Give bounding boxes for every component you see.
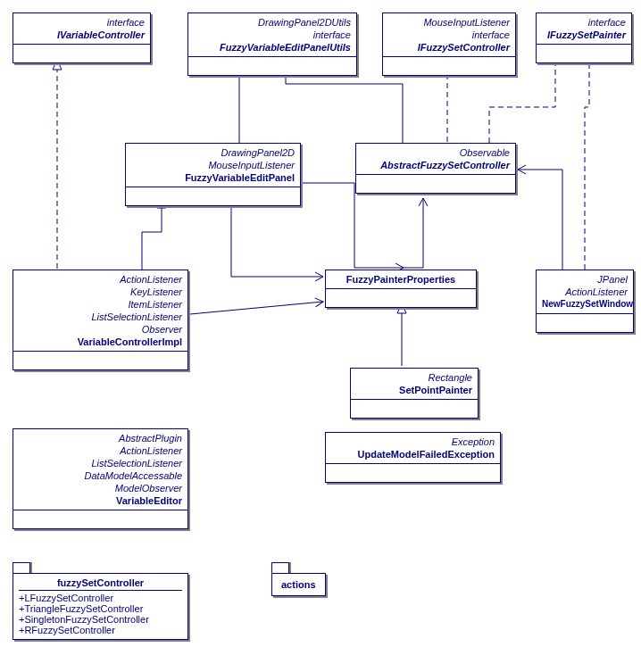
class-name: SetPointPainter — [356, 384, 472, 396]
package-body: actions — [271, 573, 326, 596]
body — [326, 464, 500, 482]
class-updatemodelfailedexception: Exception UpdateModelFailedException — [325, 432, 501, 483]
class-variablecontrollerimpl: ActionListener KeyListener ItemListener … — [12, 270, 188, 370]
header: interface IFuzzySetPainter — [537, 13, 631, 45]
body — [13, 45, 150, 62]
svg-line-4 — [190, 302, 323, 314]
stereotype: ActionListener — [19, 444, 182, 457]
package-member: +SingletonFuzzySetController — [19, 614, 182, 625]
stereotype: DrawingPanel2DUtils — [194, 16, 351, 29]
body — [356, 175, 515, 193]
class-name: AbstractFuzzySetController — [362, 159, 510, 171]
header: interface IVariableController — [13, 13, 150, 45]
header: JPanel ActionListener NewFuzzySetWindow — [537, 270, 633, 314]
stereotype: ModelObserver — [19, 482, 182, 494]
stereotype: ActionListener — [542, 286, 628, 298]
class-name: IVariableController — [19, 29, 145, 41]
header: MouseInputListener interface IFuzzySetCo… — [383, 13, 515, 57]
stereotype: AbstractPlugin — [19, 432, 182, 444]
class-name: UpdateModelFailedException — [331, 448, 495, 460]
class-name: FuzzyVariableEditPanelUtils — [194, 41, 351, 54]
package-name: fuzzySetController — [19, 577, 182, 591]
package-member: +LFuzzySetController — [19, 593, 182, 603]
header: AbstractPlugin ActionListener ListSelect… — [13, 429, 187, 510]
class-fuzzyvariableeditpanel: DrawingPanel2D MouseInputListener FuzzyV… — [125, 143, 301, 206]
body — [126, 187, 300, 205]
stereotype: DrawingPanel2D — [131, 146, 295, 159]
class-abstractfuzzysetcontroller: Observable AbstractFuzzySetController — [355, 143, 516, 194]
class-name: NewFuzzySetWindow — [542, 298, 628, 311]
stereotype: Rectangle — [356, 371, 472, 384]
class-variableeditor: AbstractPlugin ActionListener ListSelect… — [12, 428, 188, 529]
package-member: +TriangleFuzzySetController — [19, 603, 182, 614]
stereotype: Observer — [19, 323, 182, 336]
stereotype: ListSelectionListener — [19, 457, 182, 469]
stereotype: MouseInputListener — [388, 16, 510, 29]
stereotype: DataModelAccessable — [19, 469, 182, 482]
body — [383, 57, 515, 75]
stereotype: MouseInputListener — [131, 159, 295, 171]
package-actions: actions — [271, 562, 326, 596]
body — [326, 289, 476, 307]
stereotype: ListSelectionListener — [19, 311, 182, 323]
stereotype: ActionListener — [19, 273, 182, 286]
package-name: actions — [278, 577, 320, 592]
header: Observable AbstractFuzzySetController — [356, 144, 515, 175]
header: DrawingPanel2DUtils interface FuzzyVaria… — [188, 13, 356, 57]
package-member: +RFuzzySetController — [19, 625, 182, 635]
stereotype: KeyListener — [19, 286, 182, 298]
stereotype: JPanel — [542, 273, 628, 286]
body — [188, 57, 356, 75]
package-tab — [12, 562, 30, 573]
stereotype: interface — [19, 16, 145, 29]
stereotype: Observable — [362, 146, 510, 159]
class-setpointpainter: Rectangle SetPointPainter — [350, 368, 479, 419]
body — [13, 352, 187, 369]
class-newfuzzysetwindow: JPanel ActionListener NewFuzzySetWindow — [536, 270, 634, 333]
header: DrawingPanel2D MouseInputListener FuzzyV… — [126, 144, 300, 187]
class-fuzzypainterproperties: FuzzyPainterProperties — [325, 270, 477, 308]
class-name: IFuzzySetPainter — [542, 29, 626, 41]
stereotype: interface — [542, 16, 626, 29]
header: FuzzyPainterProperties — [326, 270, 476, 289]
header: Rectangle SetPointPainter — [351, 369, 478, 400]
class-name: VariableControllerImpl — [19, 336, 182, 348]
class-ifuzzysetpainter: interface IFuzzySetPainter — [536, 12, 632, 63]
class-name: IFuzzySetController — [388, 41, 510, 54]
stereotype: interface — [388, 29, 510, 41]
class-name: VariableEditor — [19, 494, 182, 507]
header: Exception UpdateModelFailedException — [326, 433, 500, 464]
package-tab — [271, 562, 289, 573]
class-name: FuzzyVariableEditPanel — [131, 171, 295, 184]
body — [13, 510, 187, 528]
package-body: fuzzySetController +LFuzzySetController … — [12, 573, 188, 640]
stereotype: interface — [194, 29, 351, 41]
body — [537, 45, 631, 62]
class-ivariablecontroller: interface IVariableController — [12, 12, 151, 63]
class-fuzzyeditpanelutils: DrawingPanel2DUtils interface FuzzyVaria… — [187, 12, 357, 76]
class-name: FuzzyPainterProperties — [331, 273, 470, 286]
class-ifuzzysetcontroller: MouseInputListener interface IFuzzySetCo… — [382, 12, 516, 76]
package-fuzzysetcontroller: fuzzySetController +LFuzzySetController … — [12, 562, 188, 640]
stereotype: ItemListener — [19, 298, 182, 311]
stereotype: Exception — [331, 436, 495, 448]
body — [537, 314, 633, 332]
header: ActionListener KeyListener ItemListener … — [13, 270, 187, 352]
body — [351, 400, 478, 418]
